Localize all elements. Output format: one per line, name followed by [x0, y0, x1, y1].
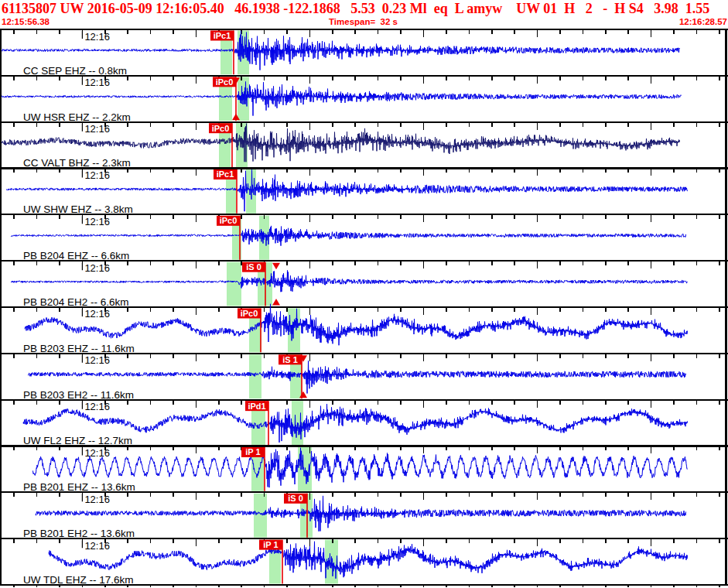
- station-label: PB B203 EHZ -- 11.6km: [23, 343, 135, 354]
- trace-row-B201-EHZ: 12:16iP 1PB B201 EHZ -- 13.6km: [23, 447, 688, 493]
- minute-label: 12:16: [84, 447, 110, 459]
- pick-label: iPc1: [217, 169, 234, 179]
- minute-label: 12:16: [84, 494, 110, 505]
- pick-label: iPc0: [241, 309, 258, 318]
- pick-label: iPc1: [214, 31, 231, 40]
- station-label: UW HSR EHZ -- 2.2km: [23, 111, 131, 123]
- waveform-trace[interactable]: [11, 270, 688, 292]
- pick-label: iPc0: [220, 216, 238, 225]
- waveform-trace[interactable]: [11, 226, 686, 246]
- station-label: PB B203 EH2 -- 11.6km: [23, 389, 134, 401]
- pick-label: iPc0: [216, 77, 234, 87]
- trace-row-B201-EH2: 12:16iS 0PB B201 EH2 -- 13.6km: [23, 494, 686, 539]
- trace-row-SEP-EHZ: 12:16iPc1CC SEP EHZ -- 0.8km: [2, 31, 680, 77]
- pick-triangle-up-icon: [272, 299, 280, 306]
- minute-label: 12:16: [84, 354, 110, 366]
- seismogram-canvas[interactable]: 12:16iPc1CC SEP EHZ -- 0.8km12:16iPc0UW …: [0, 28, 728, 588]
- station-label: CC SEP EHZ -- 0.8km: [23, 65, 127, 77]
- minute-label: 12:16: [84, 169, 110, 181]
- pick-triangle-down-icon: [272, 263, 280, 270]
- minute-label: 12:16: [84, 401, 110, 412]
- event-summary-line: 61135807 UW 2016-05-09 12:16:05.40 46.19…: [2, 0, 728, 17]
- window-start-time: 12:15:56.38: [2, 16, 50, 28]
- trace-row-VALT-BHZ: 12:16iPc0CC VALT BHZ -- 2.3km: [2, 123, 680, 169]
- pick-label: iS 0: [246, 262, 261, 272]
- pick-label: iP 1: [263, 540, 278, 549]
- trace-row-B204-EH2: 12:16iS 0PB B204 EH2 -- 6.6km: [11, 262, 688, 308]
- minute-label: 12:16: [84, 216, 110, 227]
- station-label: PB B201 EH2 -- 13.6km: [23, 528, 135, 539]
- station-label: PB B204 EH2 -- 6.6km: [23, 296, 129, 308]
- minute-label: 12:16: [84, 31, 110, 43]
- minute-label: 12:16: [84, 77, 110, 88]
- station-label: UW SHW EHZ -- 3.8km: [23, 203, 133, 215]
- pick-label: iPd1: [248, 402, 265, 411]
- pick-label: iS 0: [288, 494, 303, 503]
- minute-label: 12:16: [84, 540, 110, 552]
- station-label: CC VALT BHZ -- 2.3km: [23, 157, 131, 169]
- timespan-label: Timespan= 32 s: [329, 16, 398, 28]
- pick-label: iS 1: [282, 355, 298, 364]
- station-label: UW TDL EHZ -- 17.6km: [23, 574, 134, 586]
- pick-label: iPc0: [212, 124, 230, 133]
- arrival-window-band: [249, 354, 261, 398]
- minute-label: 12:16: [84, 262, 110, 274]
- trace-row-HSR-EHZ: 12:16iPc0UW HSR EHZ -- 2.2km: [2, 77, 682, 122]
- arrival-window-band: [254, 494, 267, 538]
- pick-label: iP 1: [245, 447, 260, 456]
- waveform-trace[interactable]: [49, 542, 688, 579]
- trace-row-SHW-EHZ: 12:16iPc1UW SHW EHZ -- 3.8km: [6, 169, 688, 215]
- station-label: UW FL2 EHZ -- 12.7km: [23, 435, 132, 446]
- trace-row-FL2-EHZ: 12:16iPd1UW FL2 EHZ -- 12.7km: [23, 401, 688, 446]
- trace-row-TDL-EHZ: 12:16iP 1UW TDL EHZ -- 17.6km: [23, 540, 688, 586]
- window-end-time: 12:16:28.57: [679, 16, 727, 28]
- seismogram-viewer: 61135807 UW 2016-05-09 12:16:05.40 46.19…: [0, 0, 728, 588]
- trace-row-B203-EH2: 12:16iS 1PB B203 EH2 -- 11.6km: [23, 354, 686, 400]
- trace-row-B204-EHZ: 12:16iPc0PB B204 EHZ -- 6.6km: [11, 216, 686, 262]
- station-label: PB B204 EHZ -- 6.6km: [23, 250, 129, 262]
- time-window-bar: 12:15:56.38 Timespan= 32 s 12:16:28.57: [0, 16, 728, 28]
- station-label: PB B201 EHZ -- 13.6km: [23, 481, 135, 493]
- minute-label: 12:16: [84, 123, 110, 135]
- minute-label: 12:16: [84, 308, 110, 320]
- waveform-trace[interactable]: [36, 496, 686, 532]
- waveform-trace[interactable]: [25, 304, 688, 346]
